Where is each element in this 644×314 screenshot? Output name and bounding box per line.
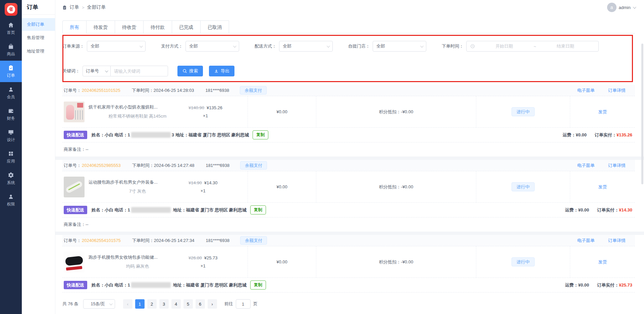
paid-value: ¥14.30 [619, 207, 632, 212]
tab-to-receive[interactable]: 待收货 [115, 20, 144, 34]
shopping-bag-icon [8, 43, 14, 50]
keyword-type-select[interactable]: 订单号 [83, 66, 111, 76]
page-button-5[interactable]: 5 [183, 299, 193, 309]
ship-link[interactable]: 发货 [598, 259, 607, 265]
status-badge[interactable]: 进行中 [512, 107, 535, 116]
product-cell: 运动腰包跑步手机包男女户外装备... 7寸 灰色 ¥14.90¥14.30 ×1 [62, 171, 248, 202]
breadcrumb-section[interactable]: 订单 [70, 4, 79, 10]
address-row: 快递配送 姓名：小白 电话：1 地址：福建省 厦门市 思明区 豪利思城 复制 运… [62, 278, 635, 293]
prev-page-button[interactable]: ‹ [123, 299, 132, 309]
product-spec: 7寸 灰色 [89, 188, 186, 194]
order-time: 下单时间：2024-06-25 14:27:34 [132, 238, 195, 244]
pay-method-value: 全部 [189, 43, 198, 49]
discount-amount-cell: ¥0.00 [248, 171, 316, 202]
tab-cancelled[interactable]: 已取消 [201, 20, 229, 34]
paid-label: 订单实付： [597, 207, 619, 212]
order-detail-link[interactable]: 订单详情 [608, 87, 626, 93]
app-logo[interactable]: 省 [5, 3, 17, 16]
pickup-store-select[interactable]: 全部 [373, 41, 426, 52]
paid-text: 订单实付：¥14.30 [597, 207, 632, 213]
order-time-label: 下单时间： [442, 43, 464, 49]
keyword-input[interactable] [110, 66, 168, 76]
page-button-2[interactable]: 2 [147, 299, 157, 309]
status-badge[interactable]: 进行中 [512, 182, 535, 191]
page-button-4[interactable]: 4 [171, 299, 181, 309]
export-button-label: 导出 [221, 68, 229, 74]
order-body: 运动腰包跑步手机包男女户外装备... 7寸 灰色 ¥14.90¥14.30 ×1… [62, 171, 635, 203]
pay-method-badge: 余额支付 [240, 86, 267, 95]
next-page-button[interactable]: › [208, 299, 217, 309]
submenu-item-address[interactable]: 地址管理 [22, 45, 55, 58]
date-range-picker[interactable]: 开始日期 ~ 结束日期 [466, 41, 599, 52]
ship-link[interactable]: 发货 [598, 109, 607, 115]
delivery-type-badge: 快递配送 [64, 281, 87, 289]
rail-item-home[interactable]: 首页 [0, 18, 22, 39]
order-detail-link[interactable]: 订单详情 [608, 163, 626, 169]
copy-button[interactable]: 复制 [253, 130, 268, 139]
filter-row-2: 关键词： 订单号 搜索 导出 [62, 66, 635, 76]
goto-unit: 页 [253, 301, 258, 307]
order-detail-link[interactable]: 订单详情 [608, 238, 626, 244]
date-start-placeholder[interactable]: 开始日期 [475, 43, 534, 49]
keyword-type-value: 订单号 [86, 68, 99, 74]
date-end-placeholder[interactable]: 结束日期 [536, 43, 595, 49]
pager: ‹ 1 2 3 4 5 6 › [123, 299, 217, 309]
order-body: 烘干机家用干衣机小型烘衣服烘鞋... 粉常规不锈钢有鞋架 高145cm ¥140… [62, 96, 635, 128]
ship-link[interactable]: 发货 [598, 184, 607, 190]
order-time: 下单时间：2024-06-25 14:27:48 [132, 163, 195, 169]
page-button-1[interactable]: 1 [135, 299, 145, 309]
status-badge[interactable]: 进行中 [512, 257, 535, 266]
rail-item-system[interactable]: 系统 [0, 168, 22, 189]
rail-label: 系统 [7, 180, 15, 186]
delivery-method-select[interactable]: 全部 [279, 41, 333, 52]
page-size-select[interactable]: 15条/页 [83, 299, 115, 309]
breadcrumb: 订单 > 全部订单 [62, 4, 106, 10]
rail-label: 首页 [7, 30, 15, 36]
rail-item-orders[interactable]: 订单 [0, 61, 22, 82]
copy-button[interactable]: 复制 [250, 280, 266, 290]
original-price: ¥26.80 [189, 255, 202, 260]
order-source-select[interactable]: 全部 [87, 41, 146, 52]
delivery-type-badge: 快递配送 [64, 206, 87, 214]
product-price: ¥140.90¥135.26 ×1 [189, 105, 222, 118]
wallet-icon [8, 108, 14, 114]
rail-item-goods[interactable]: 商品 [0, 39, 22, 61]
search-icon [182, 69, 187, 73]
rail-item-finance[interactable]: 财务 [0, 104, 22, 125]
redacted-phone [131, 207, 171, 213]
address-row: 快递配送 姓名：小白 电话：1 地址：福建省 厦门市 思明区 豪利思城 复制 运… [62, 203, 635, 217]
order-separator [55, 232, 644, 235]
scrollbar-thumb[interactable] [641, 44, 643, 184]
freight-text: 运费：¥0.00 [565, 282, 589, 288]
admin-menu[interactable]: a admin [607, 3, 635, 12]
tab-to-ship[interactable]: 待发货 [87, 20, 115, 34]
user-badge-icon [8, 193, 14, 200]
buyer-phone: 181****6938 [206, 163, 229, 168]
merchant-note: 商家备注：-- [62, 142, 635, 156]
goto-page-input[interactable] [236, 299, 251, 309]
page-button-3[interactable]: 3 [159, 299, 169, 309]
delivery-type-badge: 快递配送 [64, 131, 87, 139]
order-card: 订单号： 2024062554101575 下单时间：2024-06-25 14… [62, 235, 635, 293]
copy-button[interactable]: 复制 [250, 205, 266, 214]
search-button[interactable]: 搜索 [177, 66, 203, 76]
page-button-6[interactable]: 6 [196, 299, 205, 309]
e-waybill-link[interactable]: 电子面单 [577, 238, 595, 244]
tab-completed[interactable]: 已完成 [172, 20, 201, 34]
rail-item-apps[interactable]: 应用 [0, 146, 22, 168]
tab-all[interactable]: 所有 [62, 20, 87, 34]
rail-item-permissions[interactable]: 权限 [0, 189, 22, 211]
pay-method-select[interactable]: 全部 [185, 41, 239, 52]
current-price: ¥25.73 [204, 255, 218, 260]
e-waybill-link[interactable]: 电子面单 [577, 163, 595, 169]
current-price: ¥135.26 [207, 105, 222, 110]
tab-to-pay[interactable]: 待付款 [144, 20, 172, 34]
export-button[interactable]: 导出 [209, 66, 234, 76]
submenu-item-aftersale[interactable]: 售后管理 [22, 32, 55, 44]
e-waybill-link[interactable]: 电子面单 [577, 87, 595, 93]
rail-item-members[interactable]: 会员 [0, 82, 22, 104]
rail-item-design[interactable]: 设计 [0, 125, 22, 146]
submenu-item-all-orders[interactable]: 全部订单 [22, 18, 55, 31]
pay-method-badge: 余额支付 [240, 161, 267, 170]
filter-row-1: 订单来源： 全部 支付方式： 全部 配送方式： 全部 自提门店： 全部 下单时间… [62, 41, 635, 52]
